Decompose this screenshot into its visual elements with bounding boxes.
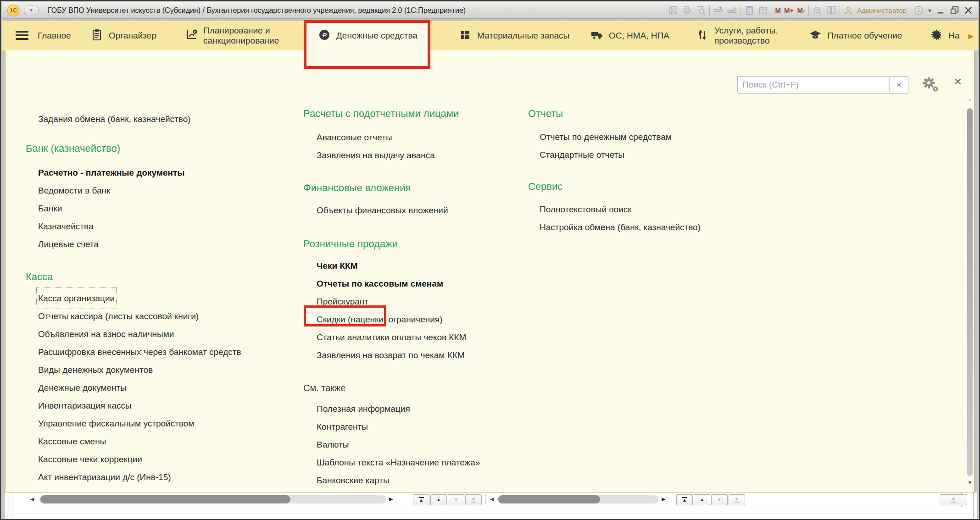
print-icon[interactable] xyxy=(682,5,692,16)
menu-item[interactable]: Валюты xyxy=(317,436,349,454)
hscroll-left-icon[interactable]: ◀ xyxy=(490,496,494,502)
menu-item[interactable]: Статьи аналитики оплаты чеков ККМ xyxy=(317,328,466,346)
zoom-icon[interactable] xyxy=(812,5,823,16)
go-top-button[interactable]: ▲ xyxy=(676,494,693,505)
menu-item[interactable]: Отчеты кассира (листы кассовой книги) xyxy=(38,307,199,325)
planning-chart-icon: Р xyxy=(184,28,198,44)
menu-item[interactable]: Шаблоны текста «Назначение платежа» xyxy=(317,454,480,471)
section-header-investments: Финансовые вложения xyxy=(303,182,411,194)
menu-list-accountable: Авансовые отчетыЗаявления на выдачу аван… xyxy=(317,128,435,164)
menu-item[interactable]: Банки xyxy=(38,199,62,217)
menu-item[interactable]: Объявления на взнос наличными xyxy=(38,325,174,343)
calculator-icon[interactable] xyxy=(744,5,755,16)
hscroll-right-icon[interactable]: ▶ xyxy=(389,496,393,502)
menu-item[interactable]: Отчеты по кассовым сменам xyxy=(317,275,443,293)
memory-add-button[interactable]: М+ xyxy=(784,6,794,14)
page-up-button[interactable]: ▲ xyxy=(430,494,447,505)
calendar-icon[interactable]: 31 xyxy=(758,5,768,16)
menu-item[interactable]: Виды денежных документов xyxy=(38,361,153,379)
menu-item[interactable]: Полнотекстовый поиск xyxy=(540,200,632,218)
menu-item[interactable]: Расшифровка внесенных через банкомат сре… xyxy=(38,343,241,361)
menu-item[interactable]: Контрагенты xyxy=(317,418,368,436)
window-title: ГОБУ ВПО Университет искусств (Субсидия)… xyxy=(48,2,466,19)
menu-item[interactable]: Кассовые смены xyxy=(38,432,106,450)
clipboard-icon xyxy=(90,28,104,44)
menu-item[interactable]: Банковские карты xyxy=(317,471,390,489)
add-link-icon[interactable] xyxy=(713,5,724,16)
menu-item[interactable]: Лицевые счета xyxy=(38,235,99,253)
menu-list-kassa: Касса организацииОтчеты кассира (листы к… xyxy=(38,289,241,486)
hscroll-left-icon[interactable]: ◀ xyxy=(30,496,34,502)
tab-taxes-clipped[interactable]: На xyxy=(930,21,959,50)
hscroll-right-icon[interactable]: ▶ xyxy=(662,496,665,502)
go-bottom-button[interactable]: ▼ xyxy=(465,494,482,505)
memory-recall-button[interactable]: М xyxy=(775,6,781,14)
page-down-button[interactable]: ▼ xyxy=(448,494,464,505)
menu-item[interactable]: Стандартные отчеты xyxy=(540,146,624,164)
restore-button[interactable] xyxy=(949,5,960,16)
go-bottom-button[interactable]: ▼ xyxy=(940,494,967,505)
main-menu-button[interactable] xyxy=(16,31,28,42)
hscrollbar-left[interactable] xyxy=(39,495,386,503)
tab-materials[interactable]: Материальные запасы xyxy=(458,21,569,50)
search-clear-button[interactable]: × xyxy=(889,76,908,94)
menu-item[interactable]: Инвентаризация кассы xyxy=(38,397,132,415)
tab-os-nma[interactable]: ОС, НМА, НПА xyxy=(590,21,669,50)
memory-subtract-button[interactable]: М- xyxy=(797,6,805,14)
menu-item[interactable]: Отчеты по денежным средствам xyxy=(540,128,672,146)
chevron-down-icon[interactable]: ▼ xyxy=(927,8,932,13)
info-icon[interactable] xyxy=(913,5,924,16)
menu-item[interactable]: Кассовые чеки коррекции xyxy=(38,450,142,468)
scroll-up-icon[interactable]: ▲ xyxy=(967,96,973,102)
menu-item[interactable]: Акт инвентаризации д/с (Инв-15) xyxy=(38,468,171,486)
menu-item[interactable]: Касса организации xyxy=(38,289,115,307)
menu-item[interactable]: Полезная информация xyxy=(317,400,410,418)
section-tabbar: Главное Органайзер Р Планирование и санк… xyxy=(2,21,978,50)
search-input[interactable] xyxy=(737,76,890,94)
menu-item[interactable]: Чеки ККМ xyxy=(317,257,357,275)
section-header-reports: Отчеты xyxy=(528,108,563,120)
menu-item[interactable]: Заявления на выдачу аванса xyxy=(317,146,435,164)
section-header-service: Сервис xyxy=(528,181,562,193)
scroll-down-icon[interactable]: ▼ xyxy=(967,480,973,485)
panel-close-icon[interactable]: × xyxy=(950,74,966,89)
page-down-button[interactable]: ▼ xyxy=(711,494,728,505)
settings-gear-icon[interactable] xyxy=(921,77,940,94)
save-icon[interactable] xyxy=(668,5,679,16)
menu-list-investments: Объекты финансовых вложений xyxy=(317,201,448,219)
tabs-overflow-arrow[interactable]: ▶ xyxy=(968,32,974,40)
system-menu-button[interactable]: ▼ xyxy=(24,6,39,15)
tab-services[interactable]: Услуги, работы, производство xyxy=(696,21,778,50)
minimize-button[interactable] xyxy=(935,5,946,16)
split-window-icon[interactable] xyxy=(826,5,836,16)
tab-glavnoe[interactable]: Главное xyxy=(38,21,71,50)
menu-item[interactable]: Казначейства xyxy=(38,217,94,235)
go-bottom-button[interactable]: ▼ xyxy=(729,494,745,505)
go-to-link-icon[interactable] xyxy=(727,5,737,16)
divider xyxy=(808,6,809,16)
menu-item[interactable]: Ведомости в банк xyxy=(38,182,110,199)
menu-item[interactable]: Авансовые отчеты xyxy=(317,128,392,146)
tab-planning[interactable]: Р Планирование и санкционирование xyxy=(184,21,279,50)
close-button[interactable] xyxy=(963,5,974,16)
hscrollbar-thumb[interactable] xyxy=(40,495,290,503)
menu-item[interactable]: Объекты финансовых вложений xyxy=(317,201,448,219)
vertical-scrollbar-thumb[interactable] xyxy=(967,108,973,476)
tab-organizer[interactable]: Органайзер xyxy=(90,21,156,50)
hscrollbar-thumb[interactable] xyxy=(498,495,600,503)
divider xyxy=(741,6,741,16)
scroll-button-group-left: ▲ ▲ ▼ ▼ xyxy=(413,494,482,505)
page-up-button[interactable]: ▲ xyxy=(694,494,710,505)
go-top-button[interactable]: ▲ xyxy=(413,494,429,505)
menu-item[interactable]: Задания обмена (банк, казначейство) xyxy=(38,110,191,128)
graduation-cap-icon xyxy=(808,28,822,44)
menu-item[interactable]: Денежные документы xyxy=(38,379,127,397)
menu-item[interactable]: Расчетно - платежные документы xyxy=(38,164,185,182)
print-preview-icon[interactable] xyxy=(696,5,706,16)
hscrollbar-right[interactable] xyxy=(497,495,659,503)
section-header-accountable: Расчеты с подотчетными лицами xyxy=(303,108,459,120)
tab-paid-education[interactable]: Платное обучение xyxy=(808,21,902,50)
menu-item[interactable]: Настройка обмена (банк, казначейство) xyxy=(540,218,701,236)
menu-item[interactable]: Заявления на возврат по чекам ККМ xyxy=(317,346,465,364)
menu-item[interactable]: Управление фискальным устройством xyxy=(38,415,194,432)
